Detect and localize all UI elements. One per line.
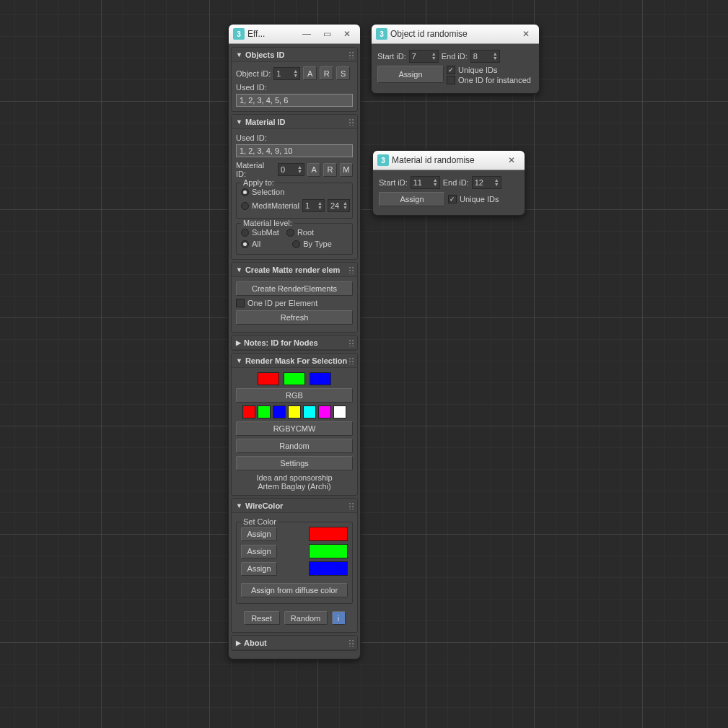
radio-medit-material[interactable]: MeditMaterial [241, 201, 299, 210]
color-swatch-cyan[interactable] [303, 405, 316, 418]
color-button-red[interactable] [309, 527, 348, 541]
rollout-notes: ▶ Notes: ID for Nodes [231, 335, 358, 351]
grip-icon [348, 266, 354, 273]
radio-label: Root [297, 228, 314, 237]
group-title: Material level: [241, 219, 294, 227]
radio-label: All [252, 240, 260, 248]
grip-icon [348, 357, 354, 364]
chevron-down-icon: ▼ [236, 118, 242, 126]
material-level-group: Material level: SubMat Root All By Type [236, 223, 353, 255]
color-swatch-green[interactable] [284, 372, 305, 385]
credit-line-1: Idea and sponsorship [236, 473, 353, 482]
check-label: One ID per Element [247, 299, 317, 307]
radio-submat[interactable]: SubMat [241, 228, 279, 237]
color-swatch-green[interactable] [258, 405, 271, 418]
radio-all[interactable]: All [241, 240, 260, 248]
info-button[interactable]: i [332, 611, 346, 625]
unique-ids-checkbox[interactable]: Unique IDs [448, 195, 499, 203]
random-button[interactable]: R [320, 66, 333, 80]
rollout-matte: ▼ Create Matte render elem Create Render… [231, 262, 358, 333]
random-mask-button[interactable]: Random [236, 439, 353, 453]
close-icon[interactable]: ✕ [338, 29, 356, 39]
close-icon[interactable]: ✕ [503, 155, 520, 165]
color-swatch-magenta[interactable] [318, 405, 331, 418]
color-swatch-blue[interactable] [273, 405, 286, 418]
rgb-button[interactable]: RGB [236, 388, 353, 403]
random-wirecolor-button[interactable]: Random [284, 611, 328, 625]
credit-line-2: Artem Baglay (Archi) [236, 482, 353, 491]
radio-root[interactable]: Root [286, 228, 314, 237]
end-id-spinner[interactable]: ▲▼ [470, 50, 500, 63]
assign-button[interactable]: Assign [379, 192, 445, 206]
assign-blue-button[interactable]: Assign [241, 562, 277, 576]
end-id-label: End iD: [443, 178, 469, 187]
color-swatch-red[interactable] [242, 405, 255, 418]
medit-spinner-2[interactable]: ▲▼ [328, 199, 350, 212]
app-icon: 3 [233, 28, 245, 40]
assign-button[interactable]: A [303, 66, 317, 80]
object-id-spinner[interactable]: ▲▼ [273, 67, 300, 80]
end-id-spinner[interactable]: ▲▼ [472, 176, 501, 189]
rgbycmw-button[interactable]: RGBYCMW [236, 421, 353, 436]
settings-button[interactable]: Settings [236, 456, 353, 470]
assign-red-button[interactable]: Assign [241, 527, 277, 541]
object-randomise-window: 3 Object id randomise ✕ Start iD: ▲▼ End… [371, 24, 540, 94]
used-id-field[interactable] [236, 94, 353, 107]
color-swatch-blue[interactable] [310, 372, 331, 385]
start-id-spinner[interactable]: ▲▼ [411, 176, 440, 189]
main-titlebar[interactable]: 3 Eff... — ▭ ✕ [229, 25, 360, 44]
app-icon: 3 [377, 154, 389, 166]
rollout-render-mask: ▼ Render Mask For Selection RGB [231, 353, 358, 496]
random-button[interactable]: R [323, 163, 336, 177]
material-id-spinner[interactable]: ▲▼ [278, 163, 304, 176]
medit-spinner-1[interactable]: ▲▼ [302, 199, 325, 212]
header-label: WireColor [245, 501, 283, 510]
set-color-group: Set Color Assign Assign Assign Assign [236, 522, 353, 604]
mat-rand-title: Material id randomise [392, 155, 500, 165]
color-swatch-white[interactable] [333, 405, 346, 418]
obj-rand-titlebar[interactable]: 3 Object id randomise ✕ [372, 25, 539, 44]
rollout-header-notes[interactable]: ▶ Notes: ID for Nodes [232, 336, 357, 350]
radio-selection[interactable]: Selection [241, 188, 284, 196]
rollout-header-render-mask[interactable]: ▼ Render Mask For Selection [232, 354, 357, 368]
group-title: Set Color [241, 517, 279, 526]
material-used-id-field[interactable] [236, 144, 353, 157]
radio-label: MeditMaterial [252, 201, 299, 210]
refresh-button[interactable]: Refresh [236, 310, 353, 325]
rollout-header-matte[interactable]: ▼ Create Matte render elem [232, 263, 357, 277]
maximize-icon[interactable]: ▭ [318, 29, 336, 39]
color-swatch-yellow[interactable] [288, 405, 301, 418]
create-render-elements-button[interactable]: Create RenderElements [236, 281, 353, 296]
mat-rand-titlebar[interactable]: 3 Material id randomise ✕ [373, 151, 525, 170]
assign-button[interactable]: Assign [377, 66, 444, 83]
minimize-icon[interactable]: — [298, 29, 315, 39]
chevron-down-icon: ▼ [236, 266, 242, 273]
grip-icon [348, 339, 354, 346]
object-id-label: Object iD: [236, 69, 271, 78]
color-button-blue[interactable] [309, 561, 348, 576]
start-id-spinner[interactable]: ▲▼ [409, 50, 439, 63]
grip-icon [348, 51, 354, 58]
rollout-header-material-id[interactable]: ▼ Material ID [232, 115, 357, 129]
unique-ids-checkbox[interactable]: Unique IDs [447, 66, 531, 74]
check-label: Unique IDs [460, 195, 499, 203]
radio-by-type[interactable]: By Type [292, 240, 332, 248]
select-button[interactable]: S [336, 66, 350, 80]
color-button-green[interactable] [309, 544, 348, 558]
reset-button[interactable]: Reset [244, 611, 280, 625]
assign-button[interactable]: A [307, 163, 320, 177]
rollout-header-about[interactable]: ▶ About [232, 636, 357, 650]
color-swatch-red[interactable] [258, 372, 279, 385]
assign-green-button[interactable]: Assign [241, 545, 277, 558]
rollout-header-objects-id[interactable]: ▼ Objects ID [232, 48, 357, 62]
one-id-instanced-checkbox[interactable]: One ID for instanced [447, 76, 531, 84]
radio-label: By Type [303, 240, 332, 248]
assign-diffuse-button[interactable]: Assign from diffuse color [241, 583, 348, 597]
end-id-label: End iD: [442, 52, 468, 61]
multi-button[interactable]: M [340, 163, 353, 177]
rollout-wirecolor: ▼ WireColor Set Color Assign Assign [231, 498, 358, 633]
rollout-header-wirecolor[interactable]: ▼ WireColor [232, 499, 357, 513]
start-id-label: Start iD: [377, 52, 406, 61]
close-icon[interactable]: ✕ [517, 29, 535, 39]
one-id-per-element-checkbox[interactable]: One ID per Element [236, 299, 317, 307]
